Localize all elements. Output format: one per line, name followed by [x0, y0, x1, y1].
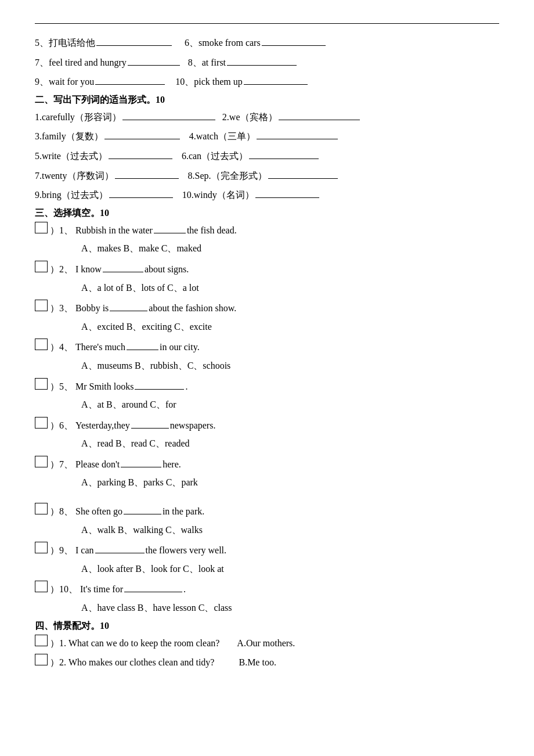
item-6-text: smoke from cars — [199, 34, 261, 52]
item-6-num: 6、 — [185, 34, 199, 52]
s3-q3-text2: about the fashion show. — [149, 300, 236, 317]
s3-q2-num: ）2、 — [50, 261, 73, 278]
s3-q9-row: ）9、 I can the flowers very well. — [35, 542, 499, 559]
s4-q1-text: What can we do to keep the room clean? — [68, 635, 219, 652]
s3-q7-text2: here. — [163, 456, 181, 473]
item-9-num: 9、 — [35, 73, 49, 91]
s3-q1-text1: Rubbish in the water — [75, 222, 153, 239]
s3-q10-options: A、have class B、have lesson C、class — [81, 599, 499, 617]
s3-q1-blank — [154, 223, 186, 233]
s2-10-num: 10. — [182, 186, 194, 204]
s2-line-4: 7. twenty（序数词） 8. Sep.（完全形式） — [35, 167, 499, 185]
s3-q4-row: ）4、 There's much in our city. — [35, 339, 499, 356]
s3-q7-bracket — [35, 456, 48, 467]
section3-title: 三、选择填空。10 — [35, 207, 499, 219]
s3-q6-bracket — [35, 417, 48, 429]
blank-8 — [227, 55, 297, 66]
blank-6 — [262, 35, 326, 46]
s2-8-num: 8. — [188, 167, 195, 185]
s2-blank-8 — [268, 168, 338, 179]
s3-q6-num: ）6、 — [50, 417, 73, 434]
s3-q3-blank — [110, 301, 147, 311]
s3-q7-text1: Please don't — [75, 456, 120, 473]
s2-10-text: windy（名词） — [194, 186, 254, 204]
s4-q1-row: ）1. What can we do to keep the room clea… — [35, 635, 499, 652]
s4-q1-answer: A.Our mothers. — [237, 635, 295, 652]
s3-q2-row: ）2、 I know about signs. — [35, 261, 499, 278]
s4-q2-num: ）2. — [50, 654, 66, 671]
s3-q10-bracket — [35, 581, 48, 592]
s3-q4-options: A、museums B、rubbish、C、schoois — [81, 357, 499, 375]
s2-7-text: twenty（序数词） — [42, 167, 114, 185]
s4-q2-row: ）2. Who makes our clothes clean and tidy… — [35, 654, 499, 671]
s3-q5-options: A、at B、around C、for — [81, 396, 499, 413]
s2-6-num: 6. — [182, 147, 189, 165]
s2-1-num: 1. — [35, 109, 42, 126]
s3-q10-row: ）10、 It's time for . — [35, 581, 499, 598]
s3-q9-text2: the flowers very well. — [146, 542, 227, 559]
s3-q6-blank — [131, 418, 169, 429]
s3-q2-bracket — [35, 261, 48, 272]
item-7-text: feel tired and hungry — [49, 54, 127, 71]
s3-q5-text1: Mr Smith looks — [75, 378, 134, 395]
s3-q2-options: A、a lot of B、lots of C、a lot — [81, 279, 499, 297]
s3-q10-text2: . — [183, 581, 186, 598]
s2-5-text: write（过去式） — [42, 147, 107, 165]
item-8-text: at first — [202, 54, 226, 71]
s2-blank-5 — [109, 149, 172, 159]
s3-q1-text2: the fish dead. — [187, 222, 237, 239]
s3-q10-num: ）10、 — [50, 581, 78, 598]
s2-line-2: 3. family（复数） 4. watch（三单） — [35, 128, 499, 145]
top-divider — [35, 23, 499, 24]
s3-q9-options: A、look after B、look for C、look at — [81, 560, 499, 578]
s4-q2-text: Who makes our clothes clean and tidy? — [68, 654, 214, 671]
section4: 四、情景配对。10 ）1. What can we do to keep the… — [35, 620, 499, 671]
spacer — [35, 495, 499, 503]
s2-blank-4 — [257, 129, 338, 139]
s2-5-num: 5. — [35, 147, 42, 165]
s4-q2-answer: B.Me too. — [239, 654, 276, 671]
s3-q8-bracket — [35, 503, 48, 514]
s3-q2-text2: about signs. — [145, 261, 189, 278]
s3-q7-num: ）7、 — [50, 456, 73, 473]
blank-5 — [96, 35, 172, 46]
s3-q3-num: ）3、 — [50, 300, 73, 317]
s3-q5-row: ）5、 Mr Smith looks . — [35, 378, 499, 395]
blank-7 — [128, 55, 180, 66]
s4-q1-bracket — [35, 635, 48, 646]
s3-q2-text1: I know — [75, 261, 102, 278]
s3-q2-blank — [103, 262, 143, 272]
item-10-num: 10、 — [175, 73, 194, 91]
item-10-text: pick them up — [194, 73, 243, 91]
s2-blank-6 — [249, 149, 319, 159]
s3-q10-text1: It's time for — [80, 581, 123, 598]
s2-1-text: carefully（形容词） — [42, 109, 121, 126]
s3-q1-options: A、makes B、make C、maked — [81, 240, 499, 257]
s2-4-text: watch（三单） — [196, 128, 255, 145]
s3-q5-blank — [135, 379, 184, 390]
s3-q3-row: ）3、 Bobby is about the fashion show. — [35, 300, 499, 317]
s3-q4-text2: in our city. — [160, 339, 200, 356]
s2-blank-2 — [279, 110, 360, 120]
s3-q8-options: A、walk B、walking C、walks — [81, 521, 499, 539]
s2-2-num: 2. — [222, 109, 229, 126]
s3-q6-text2: newspapers. — [170, 417, 216, 434]
item-8-num: 8、 — [188, 54, 202, 71]
s3-q4-num: ）4、 — [50, 339, 73, 356]
blank-9 — [95, 74, 165, 85]
s3-q5-bracket — [35, 378, 48, 390]
s3-q6-row: ）6、 Yesterday,they newspapers. — [35, 417, 499, 434]
s3-q4-bracket — [35, 339, 48, 350]
s2-line-5: 9. bring（过去式） 10. windy（名词） — [35, 186, 499, 204]
s2-3-num: 3. — [35, 128, 42, 145]
s2-blank-10 — [255, 188, 319, 198]
s3-q8-num: ）8、 — [50, 503, 73, 520]
s3-q4-text1: There's much — [75, 339, 125, 356]
s3-q5-text2: . — [185, 378, 187, 395]
s3-q8-row: ）8、 She often go in the park. — [35, 503, 499, 520]
s3-q9-text1: I can — [75, 542, 94, 559]
item-7-num: 7、 — [35, 54, 49, 71]
section2-title: 二、写出下列词的适当形式。10 — [35, 94, 499, 106]
s3-q1-num: ）1、 — [50, 222, 73, 239]
s3-q9-bracket — [35, 542, 48, 553]
